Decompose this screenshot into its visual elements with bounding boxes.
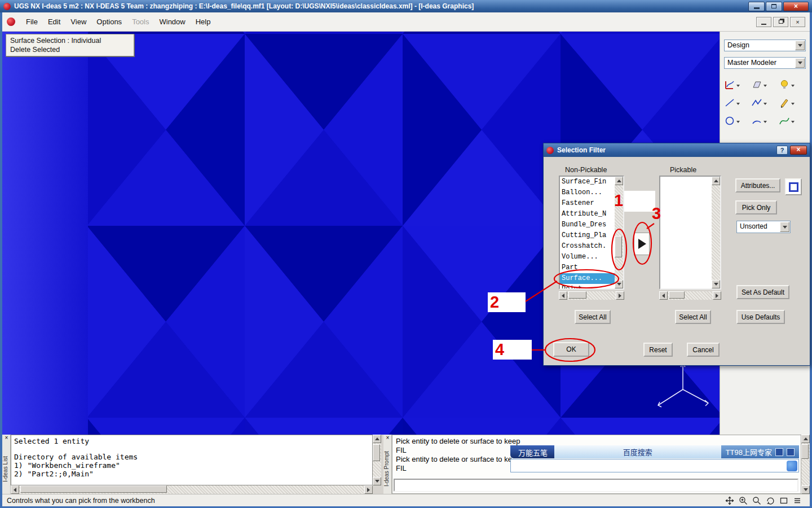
menu-file[interactable]: File xyxy=(21,15,43,28)
list-item[interactable]: Cutting_Pla xyxy=(560,230,615,241)
chevron-down-icon[interactable] xyxy=(764,121,767,125)
pickable-list[interactable] xyxy=(659,176,721,290)
chevron-down-icon[interactable] xyxy=(795,41,805,50)
spline-tool-button[interactable] xyxy=(779,115,806,126)
prompt-vscrollbar[interactable] xyxy=(801,435,810,494)
pan-icon[interactable] xyxy=(725,496,734,505)
dialog-help-button[interactable]: ? xyxy=(776,146,788,155)
list-item[interactable]: Crosshatch. xyxy=(560,241,615,252)
chevron-down-icon[interactable] xyxy=(791,85,795,89)
ideas-list-tab[interactable]: × I-deas List xyxy=(2,435,11,494)
list-hscrollbar[interactable] xyxy=(11,485,373,494)
menu-options[interactable]: Options xyxy=(91,15,127,28)
close-button[interactable]: × xyxy=(783,2,809,11)
scroll-thumb[interactable] xyxy=(568,291,586,299)
close-icon[interactable]: × xyxy=(383,435,392,442)
ok-button[interactable]: OK xyxy=(553,342,589,357)
list-item[interactable]: Bundle_Dres xyxy=(560,220,615,230)
module-dropdown[interactable]: Master Modeler xyxy=(724,57,806,69)
menu-window[interactable]: Window xyxy=(154,15,190,28)
scroll-right-button[interactable] xyxy=(364,485,373,494)
use-defaults-button[interactable]: Use Defaults xyxy=(736,310,785,324)
list-item[interactable]: Part xyxy=(560,262,615,273)
close-icon[interactable]: × xyxy=(2,435,11,442)
rotate-icon[interactable] xyxy=(766,496,775,505)
cancel-button[interactable]: Cancel xyxy=(687,343,720,357)
child-close-button[interactable]: × xyxy=(790,17,805,27)
zoom-in-icon[interactable] xyxy=(739,496,748,505)
pencil-tool-button[interactable] xyxy=(779,97,806,108)
arc-tool-button[interactable] xyxy=(751,115,778,126)
reset-button[interactable]: Reset xyxy=(643,343,673,357)
scroll-down-button[interactable] xyxy=(712,280,720,288)
dialog-titlebar[interactable]: Selection Filter ? × xyxy=(544,143,810,157)
scroll-up-button[interactable] xyxy=(712,177,720,185)
maximize-button[interactable] xyxy=(766,2,782,11)
zoom-icon[interactable] xyxy=(752,496,761,505)
line-tool-button[interactable] xyxy=(724,97,751,108)
scroll-up-button[interactable] xyxy=(615,177,623,185)
scroll-thumb[interactable] xyxy=(669,291,685,299)
dialog-close-button[interactable]: × xyxy=(790,146,807,155)
ime-tab-baidu[interactable]: 百度搜索 xyxy=(623,446,652,457)
window-fit-icon[interactable] xyxy=(779,496,788,505)
chevron-down-icon[interactable] xyxy=(791,103,795,107)
select-all-nonpickable-button[interactable]: Select All xyxy=(575,310,611,324)
scroll-left-button[interactable] xyxy=(11,485,19,494)
prompt-input-field[interactable] xyxy=(394,479,798,492)
scroll-thumb[interactable] xyxy=(615,236,622,257)
ime-tool-icon[interactable] xyxy=(775,448,783,456)
prompt-input[interactable] xyxy=(395,480,797,491)
pick-only-button[interactable]: Pick Only xyxy=(735,200,777,214)
scroll-down-button[interactable] xyxy=(615,280,623,288)
ime-search-input[interactable] xyxy=(511,459,787,472)
set-as-default-button[interactable]: Set As Default xyxy=(736,285,789,299)
scroll-right-button[interactable] xyxy=(616,291,624,300)
menu-edit[interactable]: Edit xyxy=(43,15,65,28)
child-minimize-button[interactable] xyxy=(756,17,771,27)
list-item[interactable]: Point xyxy=(560,284,615,290)
list-item[interactable]: Fastener xyxy=(560,198,615,209)
ideas-list-output[interactable]: Selected 1 entity Directory of available… xyxy=(11,435,373,485)
menu-view[interactable]: View xyxy=(65,15,91,28)
scroll-up-button[interactable] xyxy=(373,435,381,443)
scroll-thumb[interactable] xyxy=(801,444,809,459)
child-restore-button[interactable] xyxy=(773,17,788,27)
task-dropdown[interactable]: Design xyxy=(724,40,806,51)
ime-tab-tt98[interactable]: TT98上网专家 xyxy=(726,446,772,457)
menu-help[interactable]: Help xyxy=(191,15,216,28)
chevron-down-icon[interactable] xyxy=(736,103,740,107)
list-item-selected[interactable]: Surface... xyxy=(560,273,615,284)
ime-tool-icon[interactable] xyxy=(787,448,795,456)
chevron-down-icon[interactable] xyxy=(780,222,789,232)
scroll-down-button[interactable] xyxy=(373,477,381,485)
chevron-down-icon[interactable] xyxy=(791,121,795,125)
pickable-hscrollbar[interactable] xyxy=(659,291,721,300)
pick-box-button[interactable] xyxy=(785,178,802,195)
select-all-pickable-button[interactable]: Select All xyxy=(675,310,711,324)
chevron-down-icon[interactable] xyxy=(764,103,767,107)
reference-plane-button[interactable] xyxy=(751,79,778,90)
chevron-down-icon[interactable] xyxy=(764,85,767,89)
scroll-left-button[interactable] xyxy=(559,291,567,300)
non-pickable-hscrollbar[interactable] xyxy=(559,291,624,300)
attributes-button[interactable]: Attributes... xyxy=(735,178,780,192)
ime-search-button[interactable] xyxy=(787,461,797,471)
scroll-thumb[interactable] xyxy=(20,485,167,493)
ime-name-label[interactable]: 万能五笔 xyxy=(510,445,554,458)
list-item[interactable]: Surface_Fin xyxy=(560,177,615,187)
chevron-down-icon[interactable] xyxy=(795,58,805,68)
circle-tool-button[interactable] xyxy=(724,115,751,126)
sketch-in-place-button[interactable] xyxy=(724,79,751,90)
pickable-vscrollbar[interactable] xyxy=(712,177,720,288)
scroll-down-button[interactable] xyxy=(801,485,810,494)
chevron-down-icon[interactable] xyxy=(736,85,740,89)
move-to-pickable-button[interactable] xyxy=(634,233,650,255)
lightbulb-button[interactable] xyxy=(779,79,806,90)
polyline-tool-button[interactable] xyxy=(751,97,778,108)
list-item[interactable]: Attribute_N xyxy=(560,209,615,220)
sort-dropdown[interactable]: Unsorted xyxy=(736,221,791,233)
scroll-up-button[interactable] xyxy=(801,435,810,443)
list-view-icon[interactable] xyxy=(793,496,802,505)
scroll-right-button[interactable] xyxy=(713,291,721,300)
